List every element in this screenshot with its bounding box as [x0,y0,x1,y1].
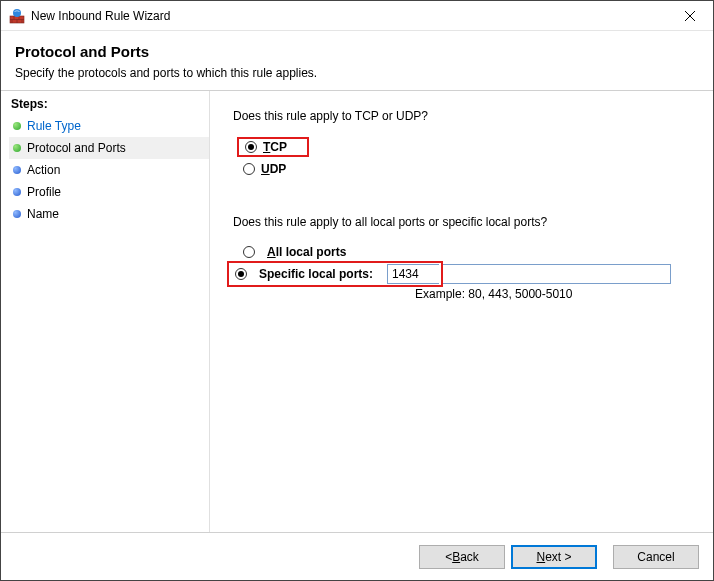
step-rule-type[interactable]: Rule Type [9,115,209,137]
page-title: Protocol and Ports [15,43,699,60]
highlight-specific-ports: Specific local ports: [227,261,443,287]
ports-group: All local ports Specific local ports: Ex… [233,241,693,301]
steps-sidebar: Steps: Rule Type Protocol and Ports Acti… [1,91,209,532]
step-label: Protocol and Ports [27,141,126,155]
step-bullet-icon [13,122,21,130]
radio-row-specific-ports: Specific local ports: [227,263,693,285]
radio-tcp[interactable] [245,141,257,153]
port-example: Example: 80, 443, 5000-5010 [243,287,693,301]
step-action[interactable]: Action [9,159,209,181]
window-title: New Inbound Rule Wizard [31,9,667,23]
step-bullet-icon [13,144,21,152]
step-bullet-icon [13,166,21,174]
cancel-button[interactable]: Cancel [613,545,699,569]
close-icon [685,11,695,21]
radio-all-ports[interactable] [243,246,255,258]
step-profile[interactable]: Profile [9,181,209,203]
radio-row-udp: UDP [233,159,693,179]
step-label: Action [27,163,60,177]
radio-row-all-ports: All local ports [243,241,693,263]
step-label: Rule Type [27,119,81,133]
back-button[interactable]: < Back [419,545,505,569]
next-button[interactable]: Next > [511,545,597,569]
body: Steps: Rule Type Protocol and Ports Acti… [1,90,713,532]
wizard-window: New Inbound Rule Wizard Protocol and Por… [0,0,714,581]
page-subtitle: Specify the protocols and ports to which… [15,66,699,80]
radio-specific-ports[interactable] [235,268,247,280]
step-bullet-icon [13,210,21,218]
svg-point-8 [13,9,21,17]
step-label: Profile [27,185,61,199]
radio-specific-ports-label: Specific local ports: [259,267,387,281]
question-ports: Does this rule apply to all local ports … [233,215,693,229]
step-bullet-icon [13,188,21,196]
radio-tcp-label: TCP [263,140,287,154]
question-protocol: Does this rule apply to TCP or UDP? [233,109,693,123]
footer: < Back Next > Cancel [1,532,713,580]
steps-title: Steps: [9,97,209,111]
radio-udp-label: UDP [261,162,286,176]
radio-udp[interactable] [243,163,255,175]
main-panel: Does this rule apply to TCP or UDP? TCP … [209,91,713,532]
radio-all-ports-label: All local ports [267,245,346,259]
page-header: Protocol and Ports Specify the protocols… [1,31,713,90]
step-label: Name [27,207,59,221]
port-input-highlighted[interactable] [387,264,439,284]
close-button[interactable] [667,1,713,31]
port-input[interactable] [443,264,671,284]
firewall-icon [9,8,25,24]
step-name[interactable]: Name [9,203,209,225]
step-protocol-ports[interactable]: Protocol and Ports [9,137,209,159]
titlebar: New Inbound Rule Wizard [1,1,713,31]
highlight-tcp: TCP [237,137,309,157]
